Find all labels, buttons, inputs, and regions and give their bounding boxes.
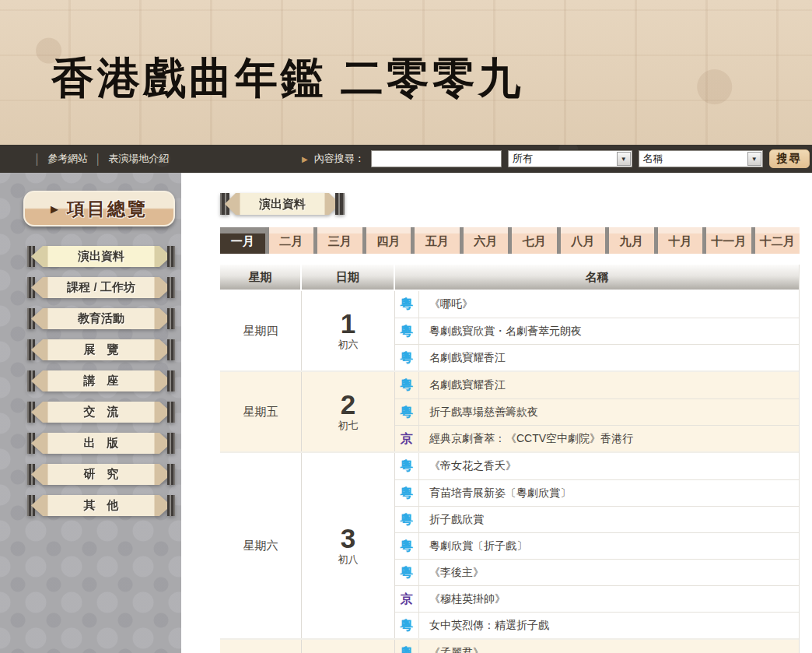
nav-link[interactable]: 表演場地介紹 — [108, 152, 169, 166]
sidebar: ▶ 項目總覽 演出資料課程 / 工作坊教育活動展 覽講 座交 流出 版研 究其 … — [0, 173, 181, 653]
event-title[interactable]: 粵劇欣賞〔折子戲〕 — [419, 533, 527, 559]
tab-month[interactable]: 十二月 — [751, 227, 800, 254]
sidebar-item-label: 講 座 — [31, 370, 171, 391]
event-row: 粵《孟麗君》 — [395, 640, 799, 653]
column-header-name: 名稱 — [395, 265, 799, 290]
genre-icon-jing: 京 — [401, 433, 413, 445]
event-title[interactable]: 經典京劇薈萃：《CCTV空中劇院》香港行 — [419, 426, 633, 451]
weekday-cell: 星期四 — [220, 291, 302, 370]
sidebar-item-label: 課程 / 工作坊 — [31, 277, 171, 298]
tab-label: 十一月 — [711, 234, 746, 249]
sidebar-item[interactable]: 交 流 — [27, 402, 175, 423]
event-icon-cell: 粵 — [395, 613, 419, 638]
section-title-ribbon: 演出資料 — [220, 193, 345, 215]
overview-label: 項目總覽 — [67, 197, 148, 221]
ribbon-end — [335, 193, 345, 215]
table-row-group: 星期五2初七粵名劇戲寶耀香江粵折子戲專場慈善籌款夜京經典京劇薈萃：《CCTV空中… — [220, 370, 799, 451]
search-category-select[interactable]: 所有 ▼ — [508, 150, 632, 167]
tab-label: 三月 — [328, 234, 352, 249]
search-input[interactable] — [371, 150, 502, 167]
section-title: 演出資料 — [225, 193, 340, 215]
search-field-select[interactable]: 名稱 ▼ — [639, 150, 763, 167]
tab-label: 十二月 — [760, 234, 795, 249]
table-body: 星期四1初六粵《哪吒》粵粵劇戲寶欣賞・名劇薈萃元朗夜粵名劇戲寶耀香江星期五2初七… — [220, 291, 799, 653]
genre-icon-yue: 粵 — [401, 620, 413, 632]
event-title[interactable]: 名劇戲寶耀香江 — [419, 372, 506, 398]
genre-icon-yue: 粵 — [401, 540, 413, 553]
event-row: 京經典京劇薈萃：《CCTV空中劇院》香港行 — [395, 425, 799, 451]
event-title[interactable]: 粵劇戲寶欣賞・名劇薈萃元朗夜 — [419, 318, 582, 344]
event-title[interactable]: 《孟麗君》 — [419, 640, 484, 653]
sidebar-item[interactable]: 展 覽 — [27, 339, 175, 360]
ribbon-end — [167, 464, 175, 485]
tab-month[interactable]: 六月 — [460, 227, 509, 254]
event-title[interactable]: 《哪吒》 — [419, 291, 473, 318]
sidebar-menu: 演出資料課程 / 工作坊教育活動展 覽講 座交 流出 版研 究其 他 — [0, 246, 181, 516]
sidebar-item[interactable]: 研 究 — [27, 464, 175, 485]
tab-month[interactable]: 四月 — [362, 227, 411, 254]
chevron-down-icon: ▼ — [747, 152, 761, 166]
genre-icon-yue: 粵 — [401, 352, 413, 364]
events-cell: 粵《孟麗君》 — [395, 640, 799, 653]
event-title[interactable]: 育苗培青展新姿〔粵劇欣賞〕 — [419, 480, 571, 506]
tab-label: 八月 — [571, 234, 594, 249]
event-icon-cell: 京 — [395, 426, 419, 451]
event-icon-cell: 粵 — [395, 480, 419, 506]
table-row-group: 星期四1初六粵《哪吒》粵粵劇戲寶欣賞・名劇薈萃元朗夜粵名劇戲寶耀香江 — [220, 291, 799, 370]
genre-icon-yue: 粵 — [401, 460, 413, 472]
ribbon-end — [167, 495, 175, 516]
event-row: 粵粵劇戲寶欣賞・名劇薈萃元朗夜 — [395, 318, 799, 344]
event-title[interactable]: 名劇戲寶耀香江 — [419, 345, 506, 370]
sidebar-item-label: 演出資料 — [31, 246, 171, 267]
date-cell — [302, 640, 395, 653]
tab-month[interactable]: 十一月 — [702, 227, 751, 254]
tab-month[interactable]: 五月 — [411, 227, 460, 254]
sidebar-item-label: 教育活動 — [31, 308, 171, 329]
event-title[interactable]: 折子戲欣賞 — [419, 507, 484, 532]
sidebar-item-label: 研 究 — [31, 464, 171, 485]
content-area: ▶ 項目總覽 演出資料課程 / 工作坊教育活動展 覽講 座交 流出 版研 究其 … — [0, 173, 812, 653]
event-row: 粵女中英烈傳：精選折子戲 — [395, 612, 799, 638]
events-cell: 粵《帝女花之香夭》粵育苗培青展新姿〔粵劇欣賞〕粵折子戲欣賞粵粵劇欣賞〔折子戲〕粵… — [395, 453, 799, 638]
sidebar-item[interactable]: 演出資料 — [27, 246, 175, 267]
tab-month[interactable]: 八月 — [557, 227, 606, 254]
overview-button[interactable]: ▶ 項目總覽 — [23, 191, 175, 226]
tab-month[interactable]: 十月 — [654, 227, 703, 254]
event-title[interactable]: 《李後主》 — [419, 560, 484, 585]
event-title[interactable]: 女中英烈傳：精選折子戲 — [419, 613, 549, 638]
sidebar-item[interactable]: 課程 / 工作坊 — [27, 277, 175, 298]
tab-month[interactable]: 九月 — [605, 227, 654, 254]
event-row: 粵粵劇欣賞〔折子戲〕 — [395, 532, 799, 559]
sidebar-item[interactable]: 其 他 — [27, 495, 175, 516]
nav-link[interactable]: 參考網站 — [47, 152, 88, 166]
search-button[interactable]: 搜尋 — [769, 149, 810, 168]
column-header-weekday: 星期 — [220, 265, 302, 290]
event-icon-cell: 粵 — [395, 291, 419, 318]
date-cell: 3初八 — [302, 453, 395, 638]
tab-month[interactable]: 二月 — [265, 227, 314, 254]
event-icon-cell: 粵 — [395, 372, 419, 398]
event-title[interactable]: 《穆桂英掛帥》 — [419, 586, 506, 612]
event-title[interactable]: 《帝女花之香夭》 — [419, 453, 516, 479]
genre-icon-yue: 粵 — [401, 298, 413, 311]
search-category-value: 所有 — [509, 152, 617, 166]
sidebar-item[interactable]: 講 座 — [27, 370, 175, 391]
event-row: 粵《帝女花之香夭》 — [395, 453, 799, 479]
sidebar-item[interactable]: 教育活動 — [27, 308, 175, 329]
tab-month[interactable]: 一月 — [220, 227, 265, 254]
sidebar-item[interactable]: 出 版 — [27, 433, 175, 454]
genre-icon-yue: 粵 — [401, 325, 413, 338]
nav-links: │參考網站│表演場地介紹 — [34, 145, 169, 173]
genre-icon-yue: 粵 — [401, 487, 413, 500]
divider: │ — [34, 153, 40, 165]
event-icon-cell: 京 — [395, 586, 419, 612]
tab-month[interactable]: 七月 — [508, 227, 557, 254]
ribbon-end — [167, 277, 175, 298]
event-title[interactable]: 折子戲專場慈善籌款夜 — [419, 399, 538, 425]
lunar-date: 初七 — [338, 419, 359, 433]
lunar-date: 初八 — [338, 553, 359, 567]
genre-icon-yue: 粵 — [401, 647, 413, 653]
tab-month[interactable]: 三月 — [313, 227, 362, 254]
event-row: 粵《哪吒》 — [395, 291, 799, 318]
sidebar-item-label: 其 他 — [31, 495, 171, 516]
